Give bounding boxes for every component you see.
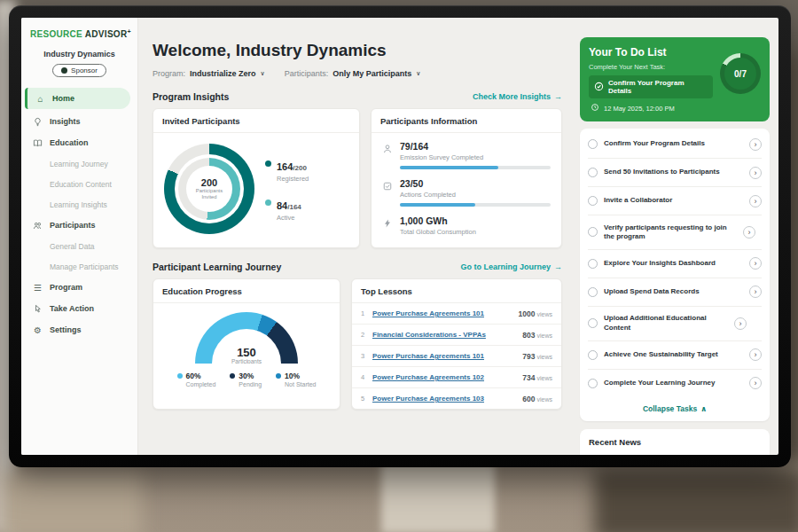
task-row[interactable]: Verify participants requesting to join t… — [588, 215, 762, 250]
task-checkbox[interactable] — [588, 196, 598, 206]
insights-cards-row: Invited Participants 200 Participants In… — [153, 108, 562, 248]
arrow-right-icon: → — [554, 262, 562, 271]
lesson-link[interactable]: Power Purchase Agreements 101 — [372, 352, 522, 360]
todo-progress-value: 0/7 — [724, 58, 756, 90]
card-title: Education Progress — [153, 279, 340, 303]
stat-emission-survey: 79/164 Emission Survey Completed — [382, 141, 551, 169]
sidebar-item-manage-participants[interactable]: Manage Participants — [21, 256, 137, 277]
sidebar-item-label: Settings — [50, 325, 82, 334]
lesson-link[interactable]: Financial Considerations - VPPAs — [372, 331, 522, 339]
task-row[interactable]: Upload Spend Data Records › — [588, 278, 762, 307]
task-checkbox[interactable] — [588, 318, 598, 328]
app-logo: RESOURCE ADVISOR+ — [21, 28, 137, 39]
lesson-link[interactable]: Power Purchase Agreements 103 — [372, 395, 522, 403]
task-checkbox[interactable] — [588, 287, 598, 297]
sidebar-item-label: Learning Journey — [50, 160, 108, 168]
brand-primary: RESOURCE — [30, 29, 82, 39]
sidebar-item-label: Manage Participants — [50, 262, 119, 271]
arrow-right-icon: → — [554, 92, 562, 101]
account-name: Industry Dynamics — [21, 50, 137, 59]
task-row[interactable]: Achieve One Sustainability Target › — [588, 341, 762, 370]
task-checkbox[interactable] — [588, 227, 598, 237]
chevron-right-icon[interactable]: › — [749, 257, 762, 270]
chevron-right-icon[interactable]: › — [749, 138, 762, 151]
check-circle-icon — [594, 82, 604, 93]
lesson-link[interactable]: Power Purchase Agreements 102 — [372, 373, 522, 381]
task-checkbox[interactable] — [588, 379, 598, 388]
card-education-progress: Education Progress 150 Participants — [153, 278, 340, 410]
todo-progress-ring: 0/7 — [720, 53, 761, 94]
program-insights-header: Program Insights Check More Insights → — [153, 91, 562, 102]
legend-active: 84/164 Active — [265, 197, 309, 222]
legend-pending: 30% Pending — [230, 372, 262, 387]
task-row[interactable]: Invite a Collaborator › — [588, 187, 762, 215]
sidebar-item-general-data[interactable]: General Data — [21, 236, 137, 256]
sidebar-item-settings[interactable]: ⚙ Settings — [21, 319, 137, 340]
sidebar-item-participants[interactable]: Participants — [21, 215, 137, 236]
chevron-right-icon[interactable]: › — [749, 286, 762, 298]
lesson-row: 2 Financial Considerations - VPPAs 803vi… — [352, 325, 561, 346]
sidebar-item-education-content[interactable]: Education Content — [21, 174, 137, 194]
sidebar-item-label: Program — [50, 283, 82, 292]
lesson-row: 5 Power Purchase Agreements 103 600views — [352, 388, 561, 409]
learning-cards-row: Education Progress 150 Participants — [153, 278, 562, 410]
chevron-right-icon[interactable]: › — [734, 317, 747, 330]
legend-completed: 60% Completed — [177, 372, 216, 387]
task-checkbox[interactable] — [588, 259, 598, 269]
donut-legend: 164/200 Registered 84/164 Active — [265, 158, 309, 234]
chevron-right-icon[interactable]: › — [743, 226, 755, 239]
energy-icon — [382, 215, 393, 236]
gauge-center-label: Participants — [195, 358, 298, 364]
sidebar-item-insights[interactable]: Insights — [21, 111, 137, 132]
task-checkbox[interactable] — [588, 139, 598, 149]
brand-secondary: ADVISOR — [85, 29, 128, 39]
check-more-insights-link[interactable]: Check More Insights → — [473, 92, 562, 101]
sponsor-badge-label: Sponsor — [71, 66, 98, 74]
chevron-right-icon[interactable]: › — [749, 167, 762, 179]
task-row[interactable]: Send 50 Invitations to Participants › — [588, 159, 762, 187]
card-title: Top Lessons — [352, 279, 561, 303]
education-gauge-chart: 150 Participants — [195, 312, 298, 364]
sidebar-item-label: Education — [50, 138, 89, 147]
sidebar-item-program[interactable]: ☰ Program — [21, 277, 137, 298]
lesson-link[interactable]: Power Purchase Agreements 101 — [372, 309, 519, 317]
todo-panel: Your To Do List Complete Your Next Task:… — [573, 18, 778, 455]
legend-not-started: 10% Not Started — [276, 372, 316, 387]
task-row[interactable]: Explore Your Insights Dashboard › — [588, 250, 762, 278]
check-square-icon — [382, 178, 393, 207]
chevron-right-icon[interactable]: › — [749, 348, 762, 361]
legend-dot — [230, 373, 235, 379]
collapse-tasks-link[interactable]: Collapse Tasks ∧ — [588, 397, 762, 419]
go-to-learning-journey-link[interactable]: Go to Learning Journey → — [460, 262, 562, 271]
participants-filter[interactable]: Participants: Only My Participants ∨ — [285, 69, 421, 78]
todo-next-task[interactable]: Confirm Your Program Details — [589, 75, 713, 98]
program-filter-label: Program: — [153, 69, 185, 78]
card-title: Participants Information — [372, 109, 561, 133]
home-icon: ⌂ — [35, 94, 46, 104]
task-checkbox[interactable] — [588, 350, 598, 360]
brand-plus: + — [127, 28, 130, 35]
chevron-right-icon[interactable]: › — [749, 195, 762, 207]
task-row[interactable]: Complete Your Learning Journey › — [588, 370, 762, 397]
task-row[interactable]: Confirm Your Program Details › — [588, 130, 762, 159]
todo-title: Your To Do List — [589, 46, 713, 59]
sidebar-item-label: Education Content — [50, 180, 112, 189]
stat-actions-completed: 23/50 Actions Completed — [382, 178, 551, 207]
task-checkbox[interactable] — [588, 168, 598, 177]
chevron-right-icon[interactable]: › — [749, 377, 762, 389]
lesson-row: 1 Power Purchase Agreements 101 1000view… — [352, 303, 561, 325]
task-row[interactable]: Upload Additional Educational Content › — [588, 307, 762, 341]
sidebar-item-learning-journey[interactable]: Learning Journey — [21, 153, 137, 174]
progress-bar — [400, 203, 475, 207]
sidebar-item-home[interactable]: ⌂ Home — [25, 88, 130, 109]
sponsor-badge[interactable]: Sponsor — [52, 64, 106, 77]
sidebar-item-take-action[interactable]: Take Action — [21, 298, 137, 319]
sidebar-item-learning-insights[interactable]: Learning Insights — [21, 194, 137, 215]
clock-icon — [591, 103, 599, 113]
person-icon — [382, 141, 393, 169]
stat-global-consumption: 1,000 GWh Total Global Consumption — [382, 215, 551, 236]
card-title: Invited Participants — [153, 109, 359, 133]
sidebar-item-education[interactable]: Education — [21, 132, 137, 153]
todo-summary-card: Your To Do List Complete Your Next Task:… — [580, 37, 770, 121]
program-filter[interactable]: Program: Industrialize Zero ∨ — [153, 69, 265, 78]
